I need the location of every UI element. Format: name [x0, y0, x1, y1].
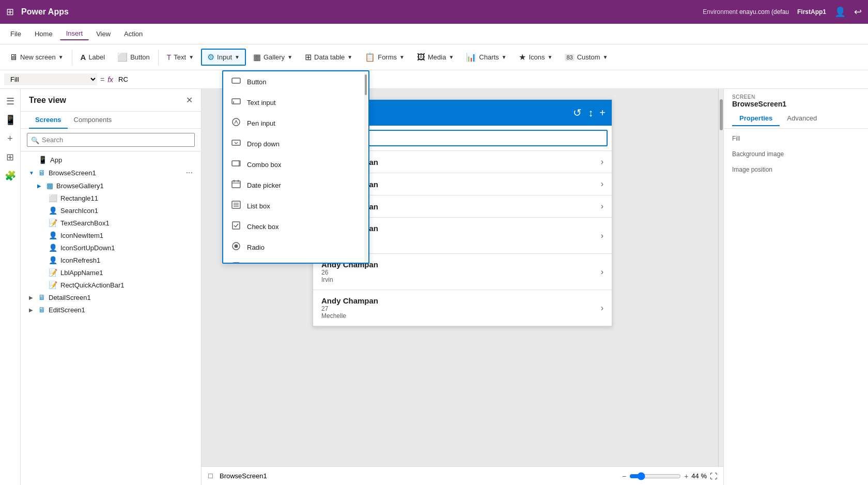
- tree-item-textsearchbox1[interactable]: 📝 TextSearchBox1: [21, 217, 201, 229]
- grid-button[interactable]: ⊞: [2, 149, 19, 165]
- dropdown-button[interactable]: Button: [223, 71, 368, 92]
- undo-button[interactable]: ↩: [854, 6, 862, 18]
- text-button[interactable]: T Text ▼: [162, 51, 199, 64]
- dropdown-text-input[interactable]: Text input: [223, 92, 368, 113]
- tab-advanced[interactable]: Advanced: [780, 111, 824, 126]
- dropdown-check-box[interactable]: Check box: [223, 216, 368, 237]
- lblappname1-label: LblAppName1: [60, 269, 193, 277]
- dropdown-scrollbar[interactable]: [364, 72, 367, 262]
- check-box-dropdown-label: Check box: [247, 223, 278, 231]
- search-input[interactable]: [27, 133, 195, 147]
- media-button[interactable]: 🖼 Media ▼: [412, 50, 459, 65]
- plus-button[interactable]: +: [2, 130, 19, 147]
- svg-rect-14: [233, 222, 240, 229]
- gallery-item-6[interactable]: Andy Champan 27 Mechelle ›: [313, 290, 612, 326]
- input-dropdown: Button Text input Pen input Drop down Co…: [222, 70, 369, 264]
- tree-item-rectquickactionbar1[interactable]: 📝 RectQuickActionBar1: [21, 279, 201, 291]
- combo-box-dropdown-label: Combo box: [247, 161, 281, 169]
- label-button[interactable]: A Label: [75, 50, 111, 64]
- input-button[interactable]: ⚙ Input ▼: [201, 49, 246, 66]
- tree-item-browse-gallery[interactable]: ▶ ▦ BrowseGallery1: [21, 179, 201, 192]
- browse-screen-more[interactable]: ···: [186, 168, 193, 177]
- search-wrap: 🔍: [27, 133, 195, 147]
- prop-fill: Fill: [732, 135, 860, 142]
- dropdown-radio[interactable]: Radio: [223, 237, 368, 257]
- panel-properties: Fill Background image Image position: [724, 129, 868, 179]
- sidebar-close-button[interactable]: ✕: [186, 95, 193, 105]
- canvas-sort-icon[interactable]: ↕: [588, 107, 593, 119]
- hamburger-button[interactable]: ☰: [2, 93, 19, 110]
- expand-browse-icon: ▼: [29, 170, 35, 176]
- custom-button[interactable]: 83 Custom ▼: [560, 51, 613, 64]
- tree-item-iconnewitem1[interactable]: 👤 IconNewItem1: [21, 229, 201, 241]
- icons-button[interactable]: ★ Icons ▼: [514, 50, 557, 65]
- tree-item-iconsortupdown1[interactable]: 👤 IconSortUpDown1: [21, 241, 201, 254]
- canvas-add-icon[interactable]: +: [599, 107, 606, 119]
- zoom-out-button[interactable]: −: [622, 472, 626, 480]
- fullscreen-button[interactable]: ⛶: [710, 472, 717, 480]
- charts-button[interactable]: 📊 Charts ▼: [461, 50, 512, 65]
- property-select[interactable]: Fill: [4, 73, 97, 85]
- gallery-btn-label: Gallery: [264, 53, 285, 61]
- app-icon: 📱: [38, 156, 47, 164]
- separator-2: [158, 50, 159, 65]
- gallery-button[interactable]: ▦ Gallery ▼: [248, 50, 298, 65]
- menu-home[interactable]: Home: [28, 28, 59, 40]
- puzzle-button[interactable]: 🧩: [2, 168, 19, 184]
- main-layout: ☰ 📱 + ⊞ 🧩 Tree view ✕ Screens Components…: [0, 89, 868, 485]
- panel-tabs: Properties Advanced: [732, 111, 860, 126]
- datatable-dropdown-icon: ▼: [347, 54, 352, 60]
- canvas-refresh-icon[interactable]: ↺: [573, 107, 582, 119]
- datatable-button[interactable]: ⊞ Data table ▼: [300, 50, 358, 65]
- dropdown-date-picker[interactable]: Date picker: [223, 175, 368, 195]
- toggle-dropdown-icon: [230, 262, 242, 263]
- zoom-in-button[interactable]: +: [684, 472, 688, 480]
- text-input-dropdown-icon: [230, 97, 242, 108]
- menu-view[interactable]: View: [90, 28, 117, 40]
- new-screen-button[interactable]: 🖥 New screen ▼: [4, 50, 69, 65]
- datatable-btn-label: Data table: [314, 53, 345, 61]
- button-button[interactable]: ⬜ Button: [112, 50, 155, 65]
- env-label: Environment: [703, 8, 737, 16]
- screens-button[interactable]: 📱: [2, 112, 19, 128]
- button-dropdown-label: Button: [247, 78, 267, 86]
- dropdown-pen-input[interactable]: Pen input: [223, 113, 368, 133]
- tab-screens[interactable]: Screens: [29, 112, 68, 129]
- charts-dropdown-icon: ▼: [502, 54, 507, 60]
- textsearchbox1-label: TextSearchBox1: [60, 219, 193, 227]
- tree-item-iconrefresh1[interactable]: 👤 IconRefresh1: [21, 254, 201, 266]
- browse-screen-icon: 🖥: [38, 169, 45, 177]
- user-name: FirstApp1: [797, 8, 826, 16]
- menu-action[interactable]: Action: [118, 28, 149, 40]
- app-name: Power Apps: [21, 7, 69, 17]
- detail-screen-icon: 🖥: [38, 293, 45, 301]
- label-btn-label: Label: [88, 53, 105, 61]
- dropdown-toggle[interactable]: Toggle: [223, 257, 368, 263]
- tree-item-app[interactable]: 📱 App: [21, 154, 201, 166]
- user-icon[interactable]: 👤: [834, 6, 846, 18]
- dropdown-drop-down[interactable]: Drop down: [223, 133, 368, 154]
- tab-properties[interactable]: Properties: [732, 111, 780, 126]
- tree-item-lblappname1[interactable]: 📝 LblAppName1: [21, 266, 201, 279]
- tree-item-detail-screen[interactable]: ▶ 🖥 DetailScreen1: [21, 291, 201, 304]
- tree-item-rectangle11[interactable]: ⬜ Rectangle11: [21, 192, 201, 204]
- edit-screen-icon: 🖥: [38, 306, 45, 314]
- browse-screen-checkbox[interactable]: ☐: [208, 473, 213, 480]
- forms-button[interactable]: 📋 Forms ▼: [360, 50, 410, 65]
- prop-image-position: Image position: [732, 166, 860, 173]
- tree-item-searchicon1[interactable]: 👤 SearchIcon1: [21, 204, 201, 217]
- gallery-item-content-6: Andy Champan 27 Mechelle: [321, 296, 601, 320]
- app-grid-icon[interactable]: ⊞: [6, 6, 14, 18]
- dropdown-combo-box[interactable]: Combo box: [223, 154, 368, 175]
- tab-components[interactable]: Components: [68, 112, 118, 129]
- canvas-scrollbar[interactable]: [718, 89, 723, 466]
- tree-item-browse-screen[interactable]: ▼ 🖥 BrowseScreen1 ···: [21, 166, 201, 179]
- menu-insert[interactable]: Insert: [60, 27, 89, 40]
- searchicon-icon: 👤: [49, 206, 57, 215]
- dropdown-list-box[interactable]: List box: [223, 195, 368, 216]
- zoom-slider[interactable]: [629, 472, 681, 480]
- tree-item-edit-screen[interactable]: ▶ 🖥 EditScreen1: [21, 304, 201, 316]
- canvas-bottom-bar: ☐ BrowseScreen1 − + 44 % ⛶: [202, 466, 723, 485]
- detail-screen-label: DetailScreen1: [49, 294, 193, 301]
- menu-file[interactable]: File: [4, 28, 27, 40]
